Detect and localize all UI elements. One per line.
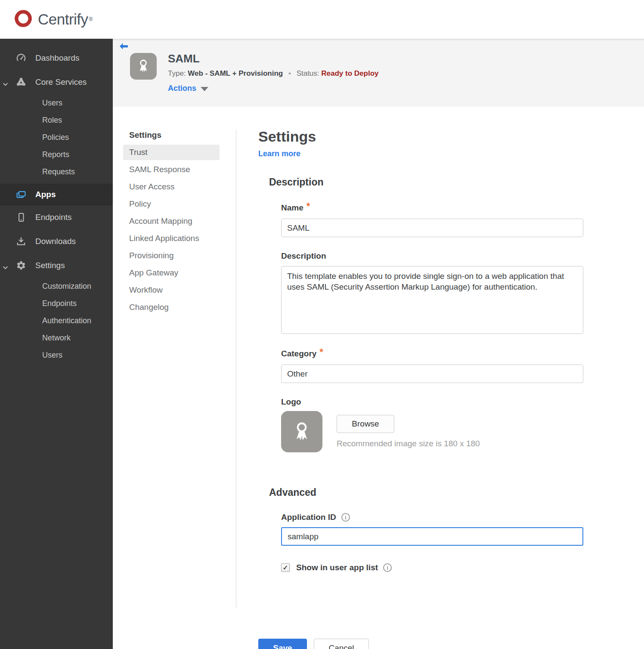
sidebar-item-network[interactable]: Network <box>0 329 113 346</box>
apps-icon <box>15 189 27 200</box>
info-icon[interactable]: i <box>383 563 392 572</box>
learn-more-link[interactable]: Learn more <box>258 149 300 158</box>
logo-field-group: Logo <box>281 397 583 452</box>
show-in-app-list-checkbox[interactable]: ✓ <box>281 563 290 572</box>
save-button[interactable]: Save <box>258 639 307 649</box>
subnav-item-label: Linked Applications <box>129 234 199 243</box>
subnav-item-label: Workflow <box>129 285 163 295</box>
brand-name: Centrify <box>38 11 88 28</box>
required-asterisk: * <box>307 201 310 212</box>
name-label: Name <box>281 203 303 213</box>
sidebar-item-label: Policies <box>42 133 69 142</box>
category-field-group: Category * <box>281 348 583 383</box>
sidebar-item-dashboards[interactable]: Dashboards <box>0 46 113 70</box>
info-icon[interactable]: i <box>341 513 350 522</box>
centrify-logo-icon <box>13 8 34 31</box>
status-value: Ready to Deploy <box>321 69 378 77</box>
chevron-down-icon <box>3 263 8 272</box>
subnav-item-saml-response[interactable]: SAML Response <box>129 161 236 178</box>
sidebar-item-label: Authentication <box>42 316 91 325</box>
sidebar-item-customization[interactable]: Customization <box>0 278 113 295</box>
show-in-app-list-label: Show in user app list <box>296 563 378 572</box>
subnav-item-label: Changelog <box>129 303 169 312</box>
ribbon-icon <box>289 418 314 445</box>
logo-preview <box>281 411 322 452</box>
subnav-item-workflow[interactable]: Workflow <box>129 281 236 299</box>
actions-label: Actions <box>168 84 196 93</box>
separator-dot: • <box>288 69 291 77</box>
logo-size-hint: Recommended image size is 180 x 180 <box>337 439 480 448</box>
sidebar-item-label: Users <box>42 351 62 360</box>
subnav-item-provisioning[interactable]: Provisioning <box>129 247 236 264</box>
subnav-item-label: Policy <box>129 199 151 209</box>
sidebar-item-endpoints[interactable]: Endpoints <box>0 205 113 229</box>
content-body: Settings Trust SAML Response User Access… <box>113 107 644 649</box>
subnav-item-label: User Access <box>129 182 175 192</box>
type-value: Web - SAML + Provisioning <box>188 69 283 77</box>
sidebar-item-core-services[interactable]: Core Services <box>0 70 113 94</box>
sidebar-item-label: Users <box>42 99 62 108</box>
registered-mark: ® <box>89 16 93 22</box>
caret-down-icon <box>201 87 208 91</box>
application-id-input[interactable] <box>281 527 583 546</box>
sidebar-item-label: Network <box>42 334 71 343</box>
subnav-item-policy[interactable]: Policy <box>129 195 236 213</box>
subnav-item-label: Account Mapping <box>129 216 192 226</box>
application-id-field-group: Application ID i <box>281 513 583 546</box>
section-title-advanced: Advanced <box>269 487 583 498</box>
sidebar-item-label: Dashboards <box>35 53 79 63</box>
logo-label: Logo <box>281 397 301 407</box>
sidebar-item-users[interactable]: Users <box>0 94 113 111</box>
subnav-item-user-access[interactable]: User Access <box>129 178 236 195</box>
description-field-group: Description This template enables you to… <box>281 251 583 334</box>
subnav-item-app-gateway[interactable]: App Gateway <box>129 264 236 281</box>
gauge-icon <box>15 53 27 64</box>
sidebar-item-apps[interactable]: Apps <box>0 184 113 205</box>
back-arrow-icon[interactable] <box>119 43 128 52</box>
sidebar-item-label: Apps <box>35 190 56 199</box>
centrify-logo: Centrify ® <box>13 8 93 31</box>
sidebar-item-requests[interactable]: Requests <box>0 163 113 180</box>
app-logo-tile <box>130 53 157 80</box>
core-services-icon <box>15 77 27 88</box>
sidebar-item-settings[interactable]: Settings <box>0 253 113 278</box>
name-field-group: Name * <box>281 202 583 237</box>
sidebar-item-settings-users[interactable]: Users <box>0 346 113 364</box>
app-meta-line: Type: Web - SAML + Provisioning • Status… <box>168 69 378 78</box>
app-header: SAML Type: Web - SAML + Provisioning • S… <box>113 39 644 107</box>
category-input[interactable] <box>281 365 583 383</box>
sidebar-item-settings-endpoints[interactable]: Endpoints <box>0 295 113 312</box>
actions-dropdown[interactable]: Actions <box>168 84 378 93</box>
sidebar-item-authentication[interactable]: Authentication <box>0 312 113 329</box>
subnav-item-label: SAML Response <box>129 165 190 174</box>
subnav-item-account-mapping[interactable]: Account Mapping <box>129 213 236 230</box>
status-label: Status: <box>297 69 319 77</box>
sidebar-item-label: Roles <box>42 116 62 125</box>
sidebar-item-label: Customization <box>42 282 91 291</box>
sidebar-item-roles[interactable]: Roles <box>0 111 113 129</box>
cancel-button[interactable]: Cancel <box>314 639 369 649</box>
application-id-label: Application ID <box>281 513 336 522</box>
subnav-item-label: Provisioning <box>129 251 174 260</box>
subnav-item-label: App Gateway <box>129 268 178 278</box>
section-description: Description Name * Description This temp… <box>258 176 583 452</box>
subnav-item-trust[interactable]: Trust <box>123 145 220 160</box>
app-title: SAML <box>168 52 378 65</box>
sidebar-nav: Dashboards Core Services Users Roles Pol… <box>0 39 113 649</box>
show-in-app-list-row: ✓ Show in user app list i <box>281 563 583 572</box>
settings-subnav: Settings Trust SAML Response User Access… <box>113 107 236 649</box>
name-input[interactable] <box>281 219 583 237</box>
sidebar-item-reports[interactable]: Reports <box>0 146 113 163</box>
sidebar-item-downloads[interactable]: Downloads <box>0 229 113 253</box>
subnav-item-changelog[interactable]: Changelog <box>129 299 236 316</box>
form-actions: Save Cancel <box>258 639 583 649</box>
sidebar-item-label: Settings <box>35 261 65 270</box>
top-bar: Centrify ® <box>0 0 644 39</box>
sidebar-item-policies[interactable]: Policies <box>0 129 113 146</box>
browse-button[interactable]: Browse <box>337 415 394 433</box>
description-textarea[interactable]: This template enables you to provide sin… <box>281 266 583 334</box>
section-title-description: Description <box>269 176 583 188</box>
subnav-item-linked-applications[interactable]: Linked Applications <box>129 230 236 247</box>
main-content: SAML Type: Web - SAML + Provisioning • S… <box>113 39 644 649</box>
sidebar-item-label: Core Services <box>35 77 87 87</box>
